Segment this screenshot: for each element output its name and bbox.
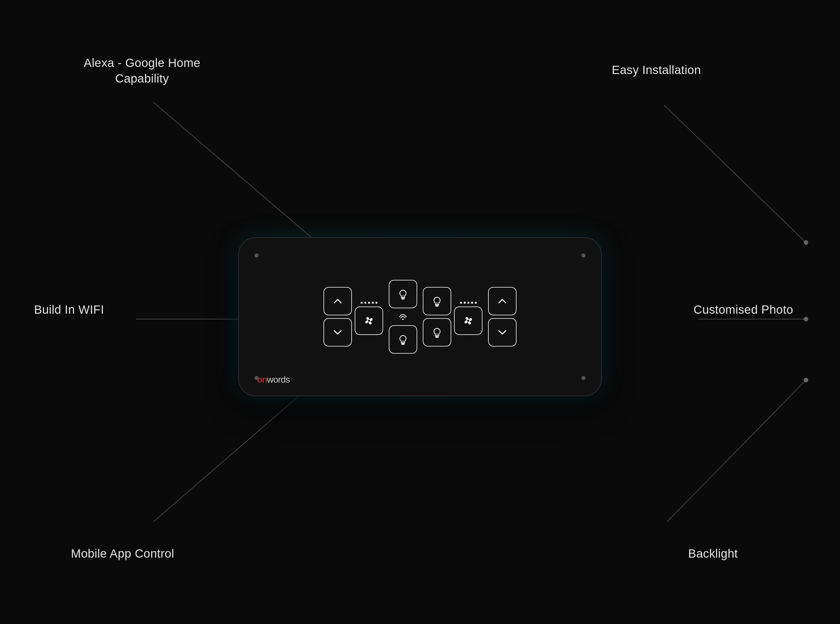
- group-3-right: [454, 299, 483, 335]
- easy-installation-text: Easy Installation: [612, 63, 701, 77]
- light-button-bottom[interactable]: [389, 325, 417, 354]
- dot: [467, 301, 469, 303]
- updown-1: [323, 287, 352, 347]
- dot: [364, 301, 367, 303]
- svg-line-2: [664, 105, 806, 242]
- svg-point-30: [467, 319, 470, 322]
- group-2: [389, 280, 417, 354]
- mobile-app-control-label: Mobile App Control: [71, 546, 174, 562]
- mobile-app-control-text: Mobile App Control: [71, 547, 174, 560]
- dot: [464, 301, 466, 303]
- light-button-top-2[interactable]: [423, 287, 451, 315]
- logo-words: words: [267, 374, 290, 385]
- alexa-label: Alexa - Google Home Capability: [84, 55, 200, 86]
- build-in-wifi-label: Build In WIFI: [34, 302, 104, 318]
- svg-point-17: [402, 318, 404, 320]
- alexa-text: Alexa - Google Home Capability: [84, 56, 200, 85]
- group-3: [423, 287, 483, 347]
- dots-2: [460, 301, 477, 303]
- light-button-top[interactable]: [389, 280, 417, 308]
- scene-button-2[interactable]: [454, 306, 483, 335]
- svg-line-0: [153, 102, 317, 242]
- svg-point-11: [804, 378, 808, 382]
- backlight-text: Backlight: [688, 547, 738, 560]
- up-button-1[interactable]: [323, 287, 352, 315]
- light-button-bottom-2[interactable]: [423, 318, 451, 347]
- dot: [475, 301, 477, 303]
- down-button-2[interactable]: [488, 318, 517, 347]
- corner-dot-br: [582, 376, 585, 380]
- down-button-1[interactable]: [323, 318, 352, 347]
- build-in-wifi-text: Build In WIFI: [34, 303, 104, 316]
- customised-photo-text: Customised Photo: [693, 303, 793, 316]
- svg-point-3: [804, 240, 808, 245]
- dot: [361, 301, 363, 303]
- logo-on: on: [257, 374, 267, 385]
- smart-switch-device: onwords: [238, 238, 602, 396]
- scene-button-1[interactable]: [355, 306, 383, 335]
- device-logo: onwords: [257, 374, 290, 385]
- dot: [460, 301, 462, 303]
- corner-dot-tl: [255, 253, 258, 258]
- device-wrapper: onwords: [238, 238, 602, 396]
- button-grid: [323, 280, 517, 354]
- group-1: [323, 287, 383, 347]
- svg-point-12: [368, 319, 370, 322]
- dot: [368, 301, 370, 303]
- dots-1: [361, 301, 377, 303]
- corner-dot-tr: [582, 253, 585, 258]
- wifi-icon: [396, 311, 410, 323]
- dot: [471, 301, 473, 303]
- easy-installation-label: Easy Installation: [612, 62, 701, 78]
- updown-2: [488, 287, 517, 347]
- up-button-2[interactable]: [488, 287, 517, 315]
- svg-line-8: [153, 380, 317, 522]
- dot: [376, 301, 377, 303]
- svg-line-10: [667, 380, 806, 522]
- dot: [372, 301, 374, 303]
- customised-photo-label: Customised Photo: [693, 302, 793, 318]
- svg-point-7: [804, 317, 808, 321]
- backlight-label: Backlight: [688, 546, 738, 562]
- group-3-lights: [423, 287, 451, 347]
